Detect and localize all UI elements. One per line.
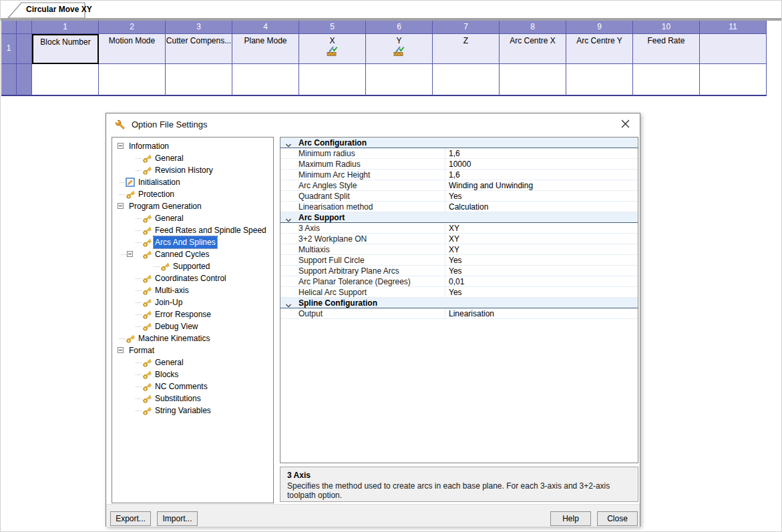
grid-row-3-axis[interactable]: 3 AxisXY bbox=[280, 223, 638, 234]
param-cell-feed-rate[interactable]: Feed Rate bbox=[633, 34, 700, 64]
param-cell-motion-mode[interactable]: Motion Mode bbox=[99, 34, 166, 64]
tree-item-supported[interactable]: Supported bbox=[112, 260, 273, 272]
property-value[interactable]: 1,6 bbox=[449, 148, 460, 159]
property-value[interactable]: XY bbox=[449, 223, 459, 234]
tree-item-initialisation[interactable]: Initialisation bbox=[112, 176, 273, 188]
param-cell-plane-mode[interactable]: Plane Mode bbox=[232, 34, 299, 64]
expander-minus-icon[interactable] bbox=[127, 251, 133, 257]
tree-item-program-generation[interactable]: Program Generation bbox=[112, 200, 273, 212]
expander-minus-icon[interactable] bbox=[118, 203, 124, 209]
row-header-empty[interactable] bbox=[1, 64, 17, 96]
empty-cell[interactable] bbox=[99, 64, 166, 96]
tree-item-string-variables[interactable]: String Variables bbox=[112, 405, 273, 417]
grid-section-spline-configuration[interactable]: Spline Configuration bbox=[280, 298, 638, 308]
grid-row-support-full-circle[interactable]: Support Full CircleYes bbox=[280, 255, 638, 266]
grid-row-helical-arc-support[interactable]: Helical Arc SupportYes bbox=[280, 287, 638, 298]
column-header-6[interactable]: 6 bbox=[366, 21, 433, 34]
property-value[interactable]: Yes bbox=[449, 266, 462, 276]
dialog-close-button[interactable] bbox=[612, 115, 638, 134]
empty-cell[interactable] bbox=[500, 64, 566, 96]
column-header-9[interactable]: 9 bbox=[566, 21, 633, 34]
grid-row-quadrant-split[interactable]: Quadrant SplitYes bbox=[280, 191, 638, 202]
tree-item-format[interactable]: Format bbox=[112, 344, 273, 356]
grid-row-linearisation-method[interactable]: Linearisation methodCalculation bbox=[280, 202, 638, 212]
expander-minus-icon[interactable] bbox=[118, 347, 124, 353]
tree-item-information[interactable]: Information bbox=[112, 140, 273, 152]
param-cell-arc-centre-x[interactable]: Arc Centre X bbox=[500, 34, 566, 64]
empty-cell[interactable] bbox=[633, 64, 700, 96]
row-header[interactable]: 1 bbox=[1, 34, 17, 64]
empty-cell[interactable] bbox=[366, 64, 433, 96]
param-cell-arc-centre-y[interactable]: Arc Centre Y bbox=[566, 34, 633, 64]
grid-row-maximum-radius[interactable]: Maximum Radius10000 bbox=[280, 159, 638, 170]
grid-row-arc-angles-style[interactable]: Arc Angles StyleWinding and Unwinding bbox=[280, 180, 638, 191]
tree-item-coordinates-control[interactable]: Coordinates Control bbox=[112, 272, 273, 284]
tree-item-multi-axis[interactable]: Multi-axis bbox=[112, 284, 273, 296]
grid-section-arc-support[interactable]: Arc Support bbox=[280, 212, 638, 223]
column-header-4[interactable]: 4 bbox=[232, 21, 299, 34]
tree-item-blocks[interactable]: Blocks bbox=[112, 368, 273, 380]
column-header-3[interactable]: 3 bbox=[166, 21, 232, 34]
column-header-8[interactable]: 8 bbox=[500, 21, 566, 34]
param-cell-cutter-compens-[interactable]: Cutter Compens... bbox=[166, 34, 232, 64]
property-value[interactable]: 10000 bbox=[449, 159, 471, 170]
grid-row-minimum-radius[interactable]: Minimum radius1,6 bbox=[280, 148, 638, 159]
property-value[interactable]: Yes bbox=[449, 255, 462, 266]
tree-item-canned-cycles[interactable]: Canned Cycles bbox=[112, 248, 273, 260]
tree-item-debug-view[interactable]: Debug View bbox=[112, 320, 273, 332]
tree-item-general[interactable]: General bbox=[112, 212, 273, 224]
tree-item-nc-comments[interactable]: NC Comments bbox=[112, 380, 273, 392]
param-cell-y[interactable]: Y bbox=[366, 34, 433, 64]
property-value[interactable]: XY bbox=[449, 244, 459, 255]
property-value[interactable]: Winding and Unwinding bbox=[449, 180, 533, 191]
tree-item-general[interactable]: General bbox=[112, 152, 273, 164]
param-cell-z[interactable]: Z bbox=[433, 34, 500, 64]
empty-cell[interactable] bbox=[232, 64, 299, 96]
grid-row-arc-planar-tolerance-degrees-[interactable]: Arc Planar Tolerance (Degrees)0,01 bbox=[280, 276, 638, 287]
column-header-5[interactable]: 5 bbox=[299, 21, 366, 34]
property-value[interactable]: Yes bbox=[449, 191, 462, 202]
grid-row-3-2-workplane-on[interactable]: 3+2 Workplane ONXY bbox=[280, 234, 638, 244]
column-header-1[interactable]: 1 bbox=[32, 21, 99, 34]
property-value[interactable]: Linearisation bbox=[449, 308, 494, 319]
grid-row-multiaxis[interactable]: MultiaxisXY bbox=[280, 244, 638, 255]
import-button[interactable]: Import... bbox=[157, 511, 198, 526]
column-header-2[interactable]: 2 bbox=[99, 21, 166, 34]
param-cell-empty[interactable] bbox=[700, 34, 767, 64]
tab-circular-move-xy[interactable]: Circular Move XY bbox=[7, 2, 86, 18]
column-header-7[interactable]: 7 bbox=[433, 21, 500, 34]
property-value[interactable]: Calculation bbox=[449, 202, 488, 212]
property-value[interactable]: 0,01 bbox=[449, 276, 464, 287]
empty-cell[interactable] bbox=[700, 64, 767, 96]
empty-cell[interactable] bbox=[566, 64, 633, 96]
grid-row-support-arbitrary-plane-arcs[interactable]: Support Arbitrary Plane ArcsYes bbox=[280, 266, 638, 276]
empty-cell[interactable] bbox=[166, 64, 232, 96]
tree-item-protection[interactable]: Protection bbox=[112, 188, 273, 200]
tree-item-substitutions[interactable]: Substitutions bbox=[112, 392, 273, 405]
empty-cell[interactable] bbox=[433, 64, 500, 96]
dialog-titlebar[interactable]: Option File Settings bbox=[106, 113, 640, 136]
property-value[interactable]: XY bbox=[449, 234, 459, 244]
tree-item-feed-rates-and-spindle-speed[interactable]: Feed Rates and Spindle Speed bbox=[112, 224, 273, 236]
empty-cell[interactable] bbox=[299, 64, 366, 96]
tree-item-join-up[interactable]: Join-Up bbox=[112, 296, 273, 308]
property-value[interactable]: Yes bbox=[449, 287, 462, 298]
tree-item-general[interactable]: General bbox=[112, 356, 273, 368]
column-header-10[interactable]: 10 bbox=[633, 21, 700, 34]
close-button[interactable]: Close bbox=[597, 511, 638, 526]
empty-cell[interactable] bbox=[32, 64, 99, 96]
tree-item-revision-history[interactable]: Revision History bbox=[112, 164, 273, 176]
param-cell-block-number[interactable]: Block Number bbox=[32, 34, 99, 64]
export-button[interactable]: Export... bbox=[110, 511, 151, 526]
tree-item-error-response[interactable]: Error Response bbox=[112, 308, 273, 320]
property-value[interactable]: 1,6 bbox=[449, 170, 460, 180]
tree-item-arcs-and-splines[interactable]: Arcs And Splines bbox=[112, 236, 273, 248]
help-button[interactable]: Help bbox=[550, 511, 591, 526]
grid-section-arc-configuration[interactable]: Arc Configuration bbox=[280, 138, 638, 148]
column-header-11[interactable]: 11 bbox=[700, 21, 767, 34]
tree-item-machine-kinematics[interactable]: Machine Kinematics bbox=[112, 332, 273, 344]
grid-row-output[interactable]: OutputLinearisation bbox=[280, 308, 638, 319]
param-cell-x[interactable]: X bbox=[299, 34, 366, 64]
grid-row-minimum-arc-height[interactable]: Minimum Arc Height1,6 bbox=[280, 170, 638, 180]
expander-minus-icon[interactable] bbox=[118, 143, 124, 149]
